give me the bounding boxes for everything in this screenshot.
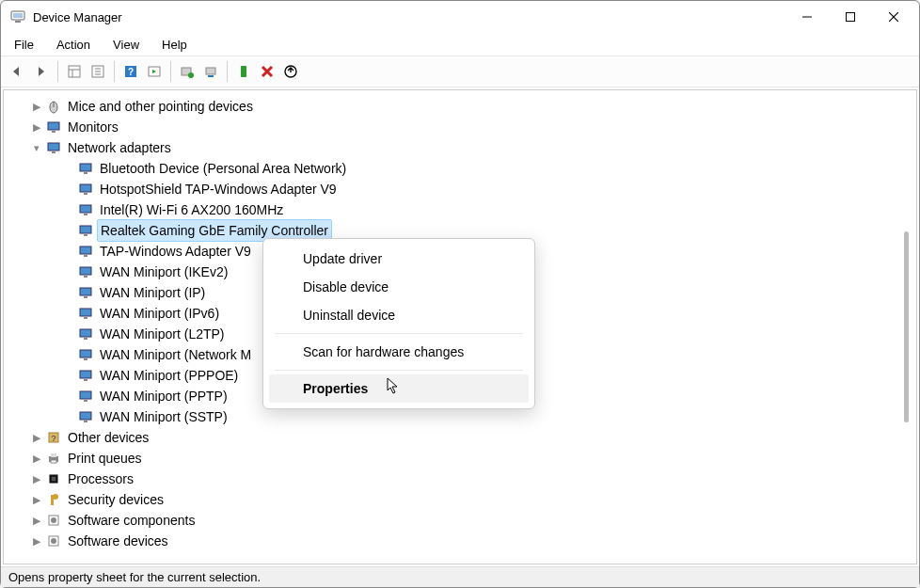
- svg-rect-38: [84, 234, 87, 236]
- tree-label: Bluetooth Device (Personal Area Network): [98, 158, 348, 179]
- software-icon: [45, 512, 62, 529]
- network-icon: [77, 346, 94, 363]
- svg-rect-47: [80, 329, 91, 337]
- tree-node-proc[interactable]: ▶Processors: [11, 469, 916, 489]
- tree-label: WAN Miniport (IP): [98, 282, 207, 303]
- network-icon: [77, 181, 94, 198]
- tree-node-sstp[interactable]: WAN Miniport (SSTP): [11, 406, 916, 427]
- menubar: File Action View Help: [1, 33, 919, 56]
- properties-toolbar-button[interactable]: [87, 60, 109, 83]
- tree-label: WAN Miniport (Network M: [98, 344, 253, 365]
- chevron-right-icon[interactable]: ▶: [30, 427, 43, 448]
- tree-label: WAN Miniport (IKEv2): [98, 262, 230, 282]
- chevron-right-icon[interactable]: ▶: [30, 469, 43, 489]
- svg-rect-61: [51, 460, 56, 463]
- back-button[interactable]: [7, 60, 29, 83]
- cm-disable-device[interactable]: Disable device: [269, 273, 529, 301]
- tree-label: WAN Miniport (PPPOE): [98, 365, 240, 386]
- tree-node-swc[interactable]: ▶Software components: [11, 510, 916, 531]
- tree-label: Security devices: [66, 489, 166, 510]
- svg-rect-27: [48, 122, 59, 130]
- svg-rect-19: [206, 68, 215, 74]
- chevron-down-icon[interactable]: ▾: [30, 137, 43, 158]
- chevron-right-icon[interactable]: ▶: [30, 117, 43, 137]
- tree-label: WAN Miniport (SSTP): [98, 406, 230, 427]
- svg-rect-56: [84, 421, 87, 422]
- svg-rect-55: [80, 412, 91, 420]
- svg-rect-48: [84, 338, 87, 340]
- svg-rect-44: [84, 296, 87, 298]
- svg-rect-39: [80, 246, 91, 254]
- svg-point-65: [53, 494, 58, 500]
- help-toolbar-button[interactable]: ?: [119, 60, 142, 83]
- action-toolbar-button[interactable]: [143, 60, 166, 83]
- menu-file[interactable]: File: [5, 36, 43, 54]
- network-icon: [77, 305, 94, 322]
- tree-node-other[interactable]: ▶?Other devices: [11, 427, 916, 448]
- update-driver-button[interactable]: [279, 60, 302, 83]
- maximize-button[interactable]: [829, 3, 872, 31]
- tree-node-mice[interactable]: ▶ Mice and other pointing devices: [11, 96, 916, 117]
- vertical-scrollbar[interactable]: [904, 231, 909, 422]
- svg-rect-32: [84, 172, 87, 174]
- network-icon: [77, 408, 94, 425]
- tree-node-wifi[interactable]: Intel(R) Wi-Fi 6 AX200 160MHz: [11, 199, 916, 220]
- menu-view[interactable]: View: [103, 36, 149, 54]
- svg-text:?: ?: [128, 67, 134, 77]
- tree-node-monitors[interactable]: ▶ Monitors: [11, 117, 916, 137]
- network-icon: [77, 222, 94, 239]
- cursor-icon: [387, 377, 400, 394]
- network-icon: [77, 326, 94, 342]
- svg-rect-20: [208, 75, 214, 77]
- svg-rect-33: [80, 184, 91, 192]
- svg-rect-51: [80, 371, 91, 378]
- chevron-right-icon[interactable]: ▶: [30, 448, 43, 469]
- svg-rect-41: [80, 267, 91, 275]
- svg-rect-37: [80, 226, 91, 233]
- svg-rect-21: [241, 66, 246, 77]
- scan-hardware-button[interactable]: [176, 60, 198, 83]
- chevron-right-icon[interactable]: ▶: [30, 531, 43, 551]
- svg-rect-52: [84, 379, 87, 381]
- tree-label: Processors: [66, 469, 135, 489]
- tree-label: WAN Miniport (L2TP): [98, 324, 227, 344]
- tree-label: WAN Miniport (IPv6): [98, 303, 221, 324]
- svg-rect-50: [84, 358, 87, 360]
- menu-action[interactable]: Action: [47, 36, 100, 54]
- tree-node-swd[interactable]: ▶Software devices: [11, 531, 916, 551]
- network-icon: [77, 263, 94, 280]
- show-hide-tree-button[interactable]: [63, 60, 86, 83]
- tree-label: Monitors: [66, 117, 120, 137]
- tree-node-bluetooth[interactable]: Bluetooth Device (Personal Area Network): [11, 158, 916, 179]
- enable-device-button[interactable]: [232, 60, 255, 83]
- close-button[interactable]: [872, 3, 915, 31]
- mouse-icon: [45, 98, 62, 115]
- minimize-button[interactable]: [785, 3, 829, 31]
- svg-rect-43: [80, 288, 91, 295]
- forward-button[interactable]: [30, 60, 53, 83]
- chevron-right-icon[interactable]: ▶: [30, 510, 43, 531]
- chevron-right-icon[interactable]: ▶: [30, 96, 43, 117]
- security-icon: [45, 491, 62, 508]
- cm-uninstall-device[interactable]: Uninstall device: [269, 301, 529, 329]
- device-manager-window: Device Manager File Action View Help ?: [0, 0, 920, 588]
- svg-text:?: ?: [51, 434, 56, 443]
- cm-update-driver[interactable]: Update driver: [269, 245, 529, 273]
- chevron-right-icon[interactable]: ▶: [30, 489, 43, 510]
- add-legacy-button[interactable]: [199, 60, 222, 83]
- network-icon: [77, 243, 94, 260]
- tree-label: TAP-Windows Adapter V9: [98, 241, 253, 262]
- svg-rect-60: [51, 453, 56, 457]
- cm-scan-hardware[interactable]: Scan for hardware changes: [269, 338, 529, 366]
- svg-point-18: [188, 72, 194, 78]
- network-icon: [45, 139, 62, 156]
- menu-help[interactable]: Help: [152, 36, 197, 54]
- tree-label: HotspotShield TAP-Windows Adapter V9: [98, 179, 339, 199]
- tree-label: Intel(R) Wi-Fi 6 AX200 160MHz: [98, 199, 285, 220]
- tree-node-hotspot[interactable]: HotspotShield TAP-Windows Adapter V9: [11, 179, 916, 199]
- tree-node-printq[interactable]: ▶Print queues: [11, 448, 916, 469]
- tree-node-network-adapters[interactable]: ▾ Network adapters: [11, 137, 916, 158]
- tree-node-sec[interactable]: ▶Security devices: [11, 489, 916, 510]
- window-title: Device Manager: [33, 10, 122, 24]
- uninstall-device-button[interactable]: [256, 60, 278, 83]
